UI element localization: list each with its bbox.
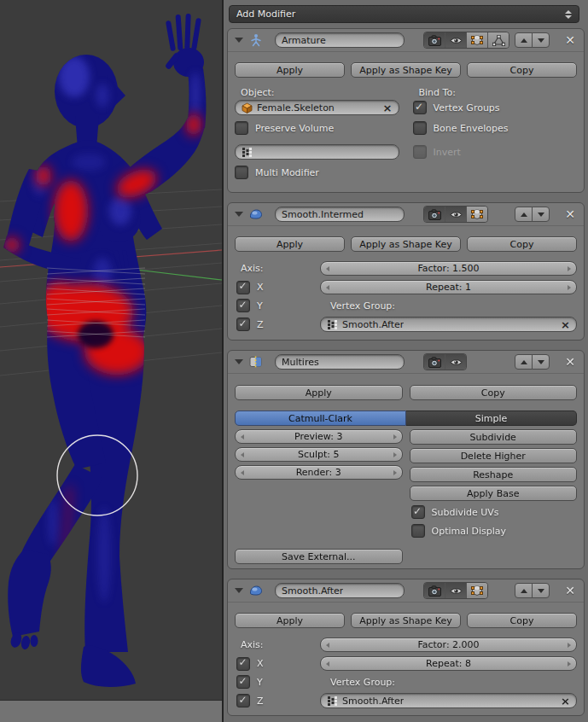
delete-modifier-button[interactable]: ✕ [565,585,575,597]
optimal-display-label: Optimal Display [432,526,507,537]
axis-z-checkbox[interactable]: Z [235,694,313,707]
axis-label: Axis: [235,263,313,274]
viewport-visibility-toggle[interactable] [445,354,466,370]
repeat-slider-text: Repeat: 1 [426,282,471,293]
invert-checkbox[interactable]: Invert [413,145,578,159]
move-up-button[interactable] [515,207,533,222]
move-up-button[interactable] [515,32,533,48]
subdivide-button[interactable]: Subdivide [410,429,578,445]
checkbox-box-icon [235,121,248,135]
slider-left-arrow-icon [326,643,329,648]
clear-vertex-group-icon[interactable]: × [561,696,570,707]
apply-base-button[interactable]: Apply Base [410,486,578,501]
armature-object-field[interactable]: Female.Skeleton × [235,100,399,115]
render-visibility-toggle[interactable] [424,32,445,48]
render-visibility-toggle[interactable] [424,207,445,222]
modifier-name-field[interactable]: Multires [275,354,405,370]
clear-object-icon[interactable]: × [383,102,393,114]
preserve-volume-label: Preserve Volume [255,123,334,134]
axis-x-checkbox[interactable]: X [235,281,313,294]
move-down-button[interactable] [532,207,550,222]
vertex-groups-checkbox[interactable]: Vertex Groups [413,101,578,114]
copy-button[interactable]: Copy [467,62,577,78]
modifier-panel-multires: Multires ✕ Apply [227,350,585,569]
catmull-clark-option[interactable]: Catmull-Clark [235,410,406,426]
copy-button[interactable]: Copy [410,385,578,400]
viewport-visibility-toggle[interactable] [445,583,466,598]
move-down-button[interactable] [532,583,550,598]
repeat-slider[interactable]: Repeat: 8 [320,656,577,671]
collapse-arrow-icon[interactable] [235,359,243,364]
move-down-button[interactable] [532,354,550,370]
copy-button[interactable]: Copy [467,613,577,628]
editmode-visibility-toggle[interactable] [466,32,487,48]
apply-button[interactable]: Apply [235,236,345,252]
factor-slider[interactable]: Factor: 1.500 [320,261,577,276]
modifier-panel-smooth-after: Smooth.After ✕ [227,579,585,716]
factor-slider[interactable]: Factor: 2.000 [320,638,577,652]
viewport-header-bar[interactable] [0,700,222,722]
move-up-button[interactable] [515,583,533,598]
render-visibility-toggle[interactable] [424,583,445,598]
axis-y-checkbox[interactable]: Y [235,299,313,312]
editmode-visibility-toggle[interactable] [466,207,487,222]
apply-as-shape-key-button[interactable]: Apply as Shape Key [351,613,461,628]
slider-right-arrow-icon [393,470,397,475]
apply-button[interactable]: Apply [235,613,345,628]
vertex-group-icon [327,319,338,330]
vertex-group-field[interactable]: Smooth.After × [320,693,577,708]
delete-higher-button[interactable]: Delete Higher [410,448,578,463]
apply-button[interactable]: Apply [235,385,403,400]
modifier-name-field[interactable]: Smooth.After [275,583,405,598]
move-down-button[interactable] [532,32,550,48]
collapse-arrow-icon[interactable] [235,588,243,593]
apply-button[interactable]: Apply [235,62,345,78]
save-external-button[interactable]: Save External... [235,549,403,564]
axis-x-checkbox[interactable]: X [235,657,313,671]
object-label: Object: [235,87,399,98]
optimal-display-checkbox[interactable]: Optimal Display [410,523,578,539]
render-slider-text: Render: 3 [296,467,341,478]
preview-slider[interactable]: Preview: 3 [235,429,403,444]
editmode-visibility-toggle[interactable] [466,583,487,598]
delete-modifier-button[interactable]: ✕ [565,208,575,220]
reshape-button[interactable]: Reshape [410,467,578,482]
cage-toggle[interactable] [487,32,509,48]
down-arrow-icon [538,38,544,43]
multi-modifier-checkbox[interactable]: Multi Modifier [235,166,399,179]
vertex-group-field[interactable]: Smooth.After × [320,317,577,332]
delete-modifier-button[interactable]: ✕ [565,356,575,368]
slider-left-arrow-icon [241,434,244,440]
render-visibility-toggle[interactable] [424,354,445,370]
bone-envelopes-checkbox[interactable]: Bone Envelopes [413,121,578,135]
apply-as-shape-key-button[interactable]: Apply as Shape Key [351,236,461,252]
3d-viewport[interactable] [0,0,224,722]
object-cube-icon [242,102,253,114]
viewport-visibility-toggle[interactable] [445,207,466,222]
down-arrow-icon [538,360,544,364]
sculpt-slider[interactable]: Sculpt: 5 [235,447,403,462]
delete-modifier-button[interactable]: ✕ [565,34,575,46]
visibility-toggle-group [423,206,488,223]
move-up-button[interactable] [515,354,533,370]
clear-vertex-group-icon[interactable]: × [561,319,570,330]
render-slider[interactable]: Render: 3 [235,465,403,480]
simple-option[interactable]: Simple [406,410,577,426]
blender-window: Add Modifier Armature [0,0,588,722]
repeat-slider[interactable]: Repeat: 1 [320,280,577,294]
viewport-visibility-toggle[interactable] [445,32,466,48]
add-modifier-dropdown[interactable]: Add Modifier [229,5,579,23]
collapse-arrow-icon[interactable] [235,38,243,43]
modifier-name-field[interactable]: Armature [275,32,405,48]
axis-z-checkbox[interactable]: Z [235,317,313,331]
armature-vertex-group-field[interactable] [235,144,399,160]
up-arrow-icon [521,589,527,593]
copy-button[interactable]: Copy [467,236,577,252]
axis-y-checkbox[interactable]: Y [235,675,313,689]
smooth-after-panel-header: Smooth.After ✕ [228,579,584,603]
preserve-volume-checkbox[interactable]: Preserve Volume [235,121,399,135]
modifier-name-field[interactable]: Smooth.Intermed [275,207,405,222]
apply-as-shape-key-button[interactable]: Apply as Shape Key [351,62,461,78]
subdivide-uvs-checkbox[interactable]: Subdivide UVs [410,504,578,520]
collapse-arrow-icon[interactable] [235,212,243,217]
